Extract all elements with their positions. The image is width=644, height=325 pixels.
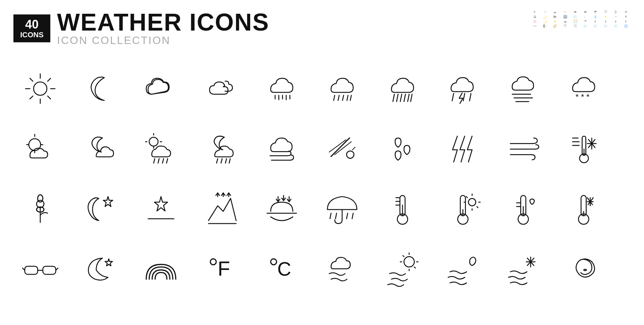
svg-point-37 — [149, 137, 158, 146]
svg-line-138 — [414, 267, 415, 268]
lightning-icon — [436, 121, 490, 178]
svg-line-42 — [154, 159, 155, 163]
svg-point-128 — [210, 259, 216, 265]
svg-line-120 — [587, 198, 588, 199]
moon-icon — [74, 60, 127, 117]
svg-text:C: C — [277, 258, 291, 280]
rainbow-icon — [134, 241, 188, 298]
svg-line-16 — [342, 95, 343, 100]
moon-star-icon — [74, 181, 127, 238]
svg-text:F: F — [218, 257, 230, 280]
svg-point-32 — [29, 139, 41, 150]
badge-sub: ICONS — [19, 31, 44, 39]
svg-line-21 — [400, 94, 401, 102]
cloud-moon-rain-icon — [195, 121, 248, 178]
svg-line-25 — [452, 93, 453, 101]
page-title: WEATHER ICONS — [57, 10, 269, 34]
svg-line-8 — [30, 96, 33, 99]
sun-cloud-icon — [13, 121, 67, 178]
svg-line-54 — [335, 142, 352, 155]
svg-rect-122 — [25, 266, 38, 274]
svg-line-14 — [334, 95, 335, 100]
cloud-icon — [134, 60, 188, 117]
svg-line-49 — [229, 159, 230, 163]
svg-line-88 — [330, 213, 331, 219]
svg-line-45 — [167, 159, 168, 163]
svg-line-137 — [403, 256, 404, 257]
svg-line-26 — [463, 93, 465, 101]
svg-line-46 — [217, 159, 218, 163]
wind-lines-icon — [496, 121, 550, 178]
svg-rect-123 — [43, 266, 56, 274]
svg-point-73 — [38, 195, 43, 202]
svg-line-5 — [30, 78, 33, 81]
svg-line-24 — [411, 94, 412, 102]
wind-sun-icon — [376, 241, 429, 298]
meteor-icon — [315, 121, 369, 178]
svg-line-106 — [466, 197, 467, 198]
svg-marker-76 — [103, 197, 113, 207]
mountain-up-icon — [195, 181, 248, 238]
wind-cloud-icon — [315, 241, 369, 298]
svg-line-6 — [48, 96, 51, 99]
thermometer-icon — [376, 181, 429, 238]
svg-line-18 — [350, 95, 351, 100]
icon-count-badge: 40 ICONS — [13, 14, 50, 43]
celsius-icon: C — [255, 241, 309, 298]
svg-line-15 — [338, 95, 339, 100]
svg-line-90 — [346, 213, 347, 219]
freeze-thermometer-icon — [557, 121, 610, 178]
cloud-wind-icon — [255, 121, 309, 178]
umbrella-rain-icon — [315, 181, 369, 238]
svg-text:* * *: * * * — [576, 92, 590, 101]
svg-line-43 — [158, 159, 159, 163]
svg-line-7 — [48, 78, 51, 81]
svg-line-19 — [393, 94, 394, 102]
wind-snow-icon — [496, 241, 550, 298]
header-text: WEATHER ICONS ICON COLLECTION — [57, 10, 269, 47]
sunset-icon — [255, 181, 309, 238]
rain-drops-icon — [376, 121, 429, 178]
clouds-icon — [195, 60, 248, 117]
icons-grid: * * * — [13, 60, 610, 298]
mini-preview: ☀☽☁⛅🌧🌧🌨⛈🌫❄ 🌤🌙🌦🌃💨☄💧⚡〰❄ 🌸🌙⭐⛰🌅☂🌡🌡🌡🌡 👓🌓🌈°F°C… — [530, 10, 631, 28]
cloud-light-rain-icon — [255, 60, 309, 117]
cyclone-icon — [557, 241, 610, 298]
thermometer-cold-icon — [496, 181, 550, 238]
svg-line-89 — [335, 213, 336, 219]
svg-line-47 — [221, 159, 222, 163]
cloud-medium-rain-icon — [315, 60, 369, 117]
svg-line-20 — [396, 94, 398, 102]
svg-line-17 — [347, 95, 348, 100]
svg-line-91 — [352, 213, 353, 219]
star-horizon-icon — [134, 181, 188, 238]
svg-marker-127 — [105, 259, 112, 266]
svg-marker-77 — [154, 197, 168, 211]
svg-line-56 — [353, 147, 355, 150]
flower-icon — [13, 181, 67, 238]
fahrenheit-icon: F — [195, 241, 248, 298]
cloud-sun-rain-icon — [134, 121, 188, 178]
page-subtitle: ICON COLLECTION — [57, 34, 269, 47]
cloud-moon-icon — [74, 121, 127, 178]
half-moon-star-icon — [74, 241, 127, 298]
sunglasses-icon — [13, 241, 67, 298]
svg-line-44 — [162, 159, 163, 163]
thermometer-sun-icon — [436, 181, 490, 238]
cloud-heavy-rain-icon — [376, 60, 429, 117]
cloud-snow-icon: * * * — [557, 60, 610, 117]
svg-line-121 — [592, 198, 593, 199]
sun-icon — [13, 60, 67, 117]
svg-point-132 — [404, 257, 414, 267]
svg-point-130 — [271, 259, 277, 265]
page-header: 40 ICONS WEATHER ICONS ICON COLLECTION — [13, 10, 269, 47]
svg-line-23 — [408, 94, 409, 102]
badge-number: 40 — [19, 18, 44, 31]
svg-line-27 — [470, 93, 471, 101]
cloud-thunder-rain-icon — [436, 60, 490, 117]
svg-line-48 — [225, 159, 226, 163]
svg-line-107 — [477, 206, 478, 207]
svg-point-101 — [469, 198, 476, 206]
thermometer-freeze-icon — [557, 181, 610, 238]
svg-point-55 — [346, 151, 354, 158]
